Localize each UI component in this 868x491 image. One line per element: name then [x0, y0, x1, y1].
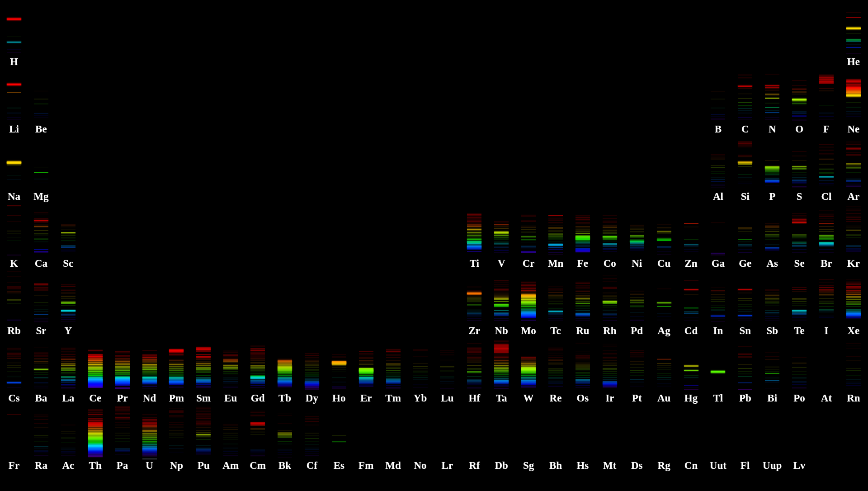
emission-spectrum-ba: [33, 339, 49, 394]
element-cell-lu: Lu: [433, 339, 461, 406]
element-cell-ac: Ac: [54, 406, 82, 474]
element-cell-tc: Tc: [542, 271, 570, 339]
element-symbol-fe: Fe: [569, 257, 597, 270]
element-symbol-h: H: [0, 55, 28, 69]
element-symbol-cl: Cl: [812, 190, 840, 203]
emission-spectrum-v: [494, 204, 509, 259]
element-symbol-n: N: [758, 123, 786, 136]
emission-spectrum-fl: [737, 406, 753, 461]
emission-spectrum-au: [656, 339, 672, 394]
emission-spectrum-yb: [413, 339, 428, 394]
emission-spectrum-cs: [6, 339, 22, 394]
element-symbol-ra: Ra: [27, 459, 55, 472]
element-cell-la: La: [54, 339, 82, 406]
element-symbol-md: Md: [379, 459, 407, 472]
element-symbol-ge: Ge: [731, 257, 759, 270]
emission-spectrum-kr: [846, 204, 861, 259]
element-cell-al: Al: [704, 137, 732, 205]
element-cell-ds: Ds: [623, 406, 651, 474]
element-symbol-pb: Pb: [731, 392, 759, 405]
element-symbol-be: Be: [27, 123, 55, 136]
emission-spectrum-c: [737, 70, 753, 125]
emission-spectrum-pb: [737, 339, 753, 394]
emission-spectrum-rg: [656, 406, 672, 461]
element-cell-rb: Rb: [0, 271, 28, 339]
element-symbol-hg: Hg: [677, 392, 705, 405]
emission-spectrum-bi: [764, 339, 780, 394]
element-symbol-tl: Tl: [704, 392, 732, 405]
element-cell-ti: Ti: [460, 204, 488, 272]
emission-spectrum-th: [88, 406, 103, 461]
element-symbol-hf: Hf: [460, 392, 488, 405]
emission-spectrum-al: [710, 137, 726, 192]
emission-spectrum-bh: [548, 406, 563, 461]
element-symbol-pa: Pa: [108, 459, 137, 472]
emission-spectrum-as: [764, 204, 780, 259]
element-symbol-co: Co: [596, 257, 624, 270]
element-symbol-rh: Rh: [596, 324, 624, 338]
emission-spectrum-la: [61, 339, 76, 394]
emission-spectrum-h: [6, 2, 22, 57]
emission-spectrum-at: [819, 339, 834, 394]
element-cell-bi: Bi: [758, 339, 786, 406]
emission-spectrum-er: [359, 339, 374, 394]
element-cell-no: No: [406, 406, 434, 474]
element-symbol-kr: Kr: [840, 257, 868, 270]
emission-spectrum-sb: [764, 271, 780, 326]
emission-spectrum-cr: [521, 204, 536, 259]
element-cell-ga: Ga: [704, 204, 732, 272]
element-cell-s: S: [785, 137, 813, 205]
emission-spectrum-no: [413, 406, 428, 461]
element-cell-pt: Pt: [623, 339, 651, 406]
element-cell-te: Te: [785, 271, 813, 339]
emission-spectrum-uut: [710, 406, 726, 461]
element-symbol-ni: Ni: [623, 257, 651, 270]
emission-spectrum-ne: [846, 70, 861, 125]
element-cell-eu: Eu: [217, 339, 245, 406]
emission-spectrum-te: [792, 271, 807, 326]
element-cell-po: Po: [785, 339, 813, 406]
emission-spectrum-o: [792, 70, 807, 125]
element-symbol-v: V: [487, 257, 515, 270]
element-cell-tm: Tm: [379, 339, 407, 406]
element-cell-bk: Bk: [271, 406, 299, 474]
element-symbol-s: S: [785, 190, 813, 203]
element-cell-lv: Lv: [785, 406, 813, 474]
element-cell-c: C: [731, 70, 759, 137]
element-cell-sr: Sr: [27, 271, 55, 339]
element-symbol-cu: Cu: [650, 257, 678, 270]
emission-spectrum-np: [169, 406, 184, 461]
element-symbol-ta: Ta: [487, 392, 515, 405]
element-symbol-bi: Bi: [758, 392, 786, 405]
element-symbol-o: O: [785, 123, 813, 136]
emission-spectrum-mt: [602, 406, 618, 461]
element-symbol-bk: Bk: [271, 459, 299, 472]
emission-spectrum-rh: [602, 271, 618, 326]
element-cell-dy: Dy: [298, 339, 326, 406]
emission-spectrum-ta: [494, 339, 509, 394]
element-cell-au: Au: [650, 339, 678, 406]
emission-spectrum-hs: [575, 406, 590, 461]
emission-spectrum-mn: [548, 204, 563, 259]
emission-spectrum-ge: [737, 204, 753, 259]
emission-spectrum-am: [223, 406, 238, 461]
emission-spectrum-fe: [575, 204, 590, 259]
element-symbol-ga: Ga: [704, 257, 732, 270]
element-cell-ni: Ni: [623, 204, 651, 272]
element-symbol-na: Na: [0, 190, 28, 203]
emission-spectrum-ra: [33, 406, 49, 461]
element-symbol-es: Es: [325, 459, 353, 472]
element-cell-ag: Ag: [650, 271, 678, 339]
emission-spectrum-re: [548, 339, 563, 394]
emission-spectrum-rn: [846, 339, 861, 394]
element-symbol-mn: Mn: [542, 257, 570, 270]
element-cell-ca: Ca: [27, 204, 55, 272]
element-symbol-fl: Fl: [731, 459, 759, 472]
element-symbol-hs: Hs: [569, 459, 597, 472]
element-cell-db: Db: [487, 406, 515, 474]
element-cell-rg: Rg: [650, 406, 678, 474]
element-symbol-nb: Nb: [487, 324, 515, 338]
element-symbol-ca: Ca: [27, 257, 55, 270]
element-symbol-sm: Sm: [189, 392, 217, 405]
element-cell-n: N: [758, 70, 786, 137]
